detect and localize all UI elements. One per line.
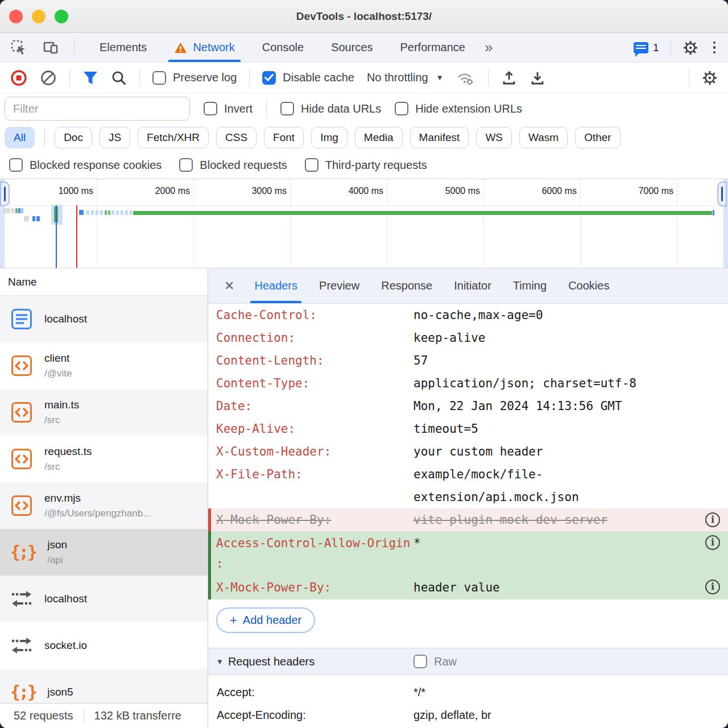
info-icon[interactable]: i bbox=[705, 512, 720, 527]
info-icon[interactable]: i bbox=[705, 535, 720, 550]
type-chip-css[interactable]: CSS bbox=[216, 127, 257, 148]
issues-counter[interactable]: 1 bbox=[634, 42, 659, 54]
type-chip-js[interactable]: JS bbox=[100, 127, 130, 148]
device-toolbar-icon[interactable] bbox=[42, 39, 59, 56]
disclosure-triangle-icon[interactable]: ▼ bbox=[216, 657, 224, 666]
request-row-json[interactable]: {;}json/api bbox=[0, 529, 208, 576]
network-conditions-icon[interactable] bbox=[456, 70, 475, 86]
type-chip-wasm[interactable]: Wasm bbox=[519, 127, 568, 148]
timeline-tick-label: 1000 ms bbox=[8, 186, 93, 196]
type-chip-fetch-xhr[interactable]: Fetch/XHR bbox=[138, 127, 209, 148]
network-overview-timeline[interactable]: 1000 ms2000 ms3000 ms4000 ms5000 ms6000 … bbox=[0, 179, 728, 268]
document-icon bbox=[10, 309, 33, 329]
header-value: * bbox=[413, 533, 722, 574]
waterfall-bar bbox=[105, 210, 107, 215]
close-window-button[interactable] bbox=[9, 10, 23, 23]
header-value: 57 bbox=[413, 349, 722, 372]
waterfall-bar bbox=[116, 210, 119, 215]
hide-data-urls-checkbox[interactable]: Hide data URLs bbox=[280, 102, 381, 115]
waterfall-bar bbox=[32, 216, 35, 221]
header-name: Accept-Encoding: bbox=[217, 704, 413, 726]
add-header-button[interactable]: +Add header bbox=[216, 607, 315, 633]
timeline-gridline bbox=[580, 179, 581, 268]
tab-elements[interactable]: Elements bbox=[86, 33, 160, 62]
exchange-icon bbox=[10, 590, 33, 607]
settings-gear-icon[interactable] bbox=[682, 40, 698, 56]
search-icon[interactable] bbox=[111, 70, 127, 86]
tab-performance[interactable]: Performance bbox=[387, 33, 479, 62]
request-row-client[interactable]: client/@vite bbox=[0, 342, 208, 389]
chip-divider bbox=[44, 129, 45, 146]
import-har-icon[interactable] bbox=[501, 70, 517, 86]
request-headers-section-bar[interactable]: ▼Request headersRaw bbox=[208, 648, 728, 675]
detail-tab-cookies[interactable]: Cookies bbox=[557, 268, 620, 303]
third-party-requests-checkbox[interactable]: Third-party requests bbox=[305, 158, 427, 172]
request-path: /@fs/Users/pengzhanb... bbox=[44, 508, 151, 519]
request-row-env-mjs[interactable]: env.mjs/@fs/Users/pengzhanb... bbox=[0, 482, 208, 529]
filter-input[interactable] bbox=[5, 97, 190, 121]
more-options-kebab-icon[interactable] bbox=[710, 40, 719, 55]
request-row-localhost[interactable]: localhost bbox=[0, 576, 208, 622]
tab-label: Sources bbox=[331, 41, 373, 54]
tab-sources[interactable]: Sources bbox=[317, 33, 386, 62]
checkbox-box bbox=[9, 158, 23, 172]
detail-tab-timing[interactable]: Timing bbox=[502, 268, 557, 303]
filter-funnel-icon[interactable] bbox=[82, 71, 98, 85]
more-tabs-chevron-icon[interactable]: » bbox=[479, 39, 498, 56]
header-name: Keep-Alive: bbox=[216, 417, 413, 440]
chevron-down-icon: ▼ bbox=[436, 73, 444, 82]
timeline-tick-label: 7000 ms bbox=[588, 186, 673, 196]
request-row-localhost[interactable]: localhost bbox=[0, 296, 208, 342]
request-headers-section-title: ▼Request headers bbox=[216, 655, 413, 668]
request-row-request-ts[interactable]: request.ts/src bbox=[0, 436, 208, 482]
type-chip-other[interactable]: Other bbox=[575, 127, 621, 148]
request-text: request.ts/src bbox=[44, 445, 92, 473]
tab-label: Elements bbox=[100, 41, 147, 54]
toolbar-divider bbox=[671, 39, 671, 56]
close-icon[interactable]: ✕ bbox=[214, 279, 243, 293]
tab-console[interactable]: Console bbox=[249, 33, 317, 62]
detail-tab-response[interactable]: Response bbox=[370, 268, 443, 303]
export-har-icon[interactable] bbox=[530, 70, 545, 86]
header-row: Cache-Control:no-cache,max-age=0 bbox=[208, 304, 728, 326]
request-name: json5 bbox=[47, 686, 73, 698]
blocked-requests-checkbox[interactable]: Blocked requests bbox=[179, 158, 287, 172]
invert-checkbox[interactable]: Invert bbox=[204, 102, 253, 115]
timeline-left-handle[interactable] bbox=[0, 181, 10, 206]
minimize-window-button[interactable] bbox=[32, 10, 46, 23]
disable-cache-checkbox[interactable]: Disable cache bbox=[262, 71, 354, 85]
header-value: Mon, 22 Jan 2024 14:13:56 GMT bbox=[413, 395, 722, 417]
zoom-window-button[interactable] bbox=[55, 10, 68, 23]
info-icon[interactable]: i bbox=[705, 580, 720, 594]
detail-tab-preview[interactable]: Preview bbox=[308, 268, 370, 303]
throttling-dropdown[interactable]: No throttling ▼ bbox=[367, 71, 444, 84]
clear-network-log-button[interactable] bbox=[40, 69, 57, 86]
request-row-json5[interactable]: {;}json5 bbox=[0, 669, 208, 703]
type-chip-doc[interactable]: Doc bbox=[55, 127, 92, 148]
script-icon bbox=[10, 495, 33, 516]
request-text: json/api bbox=[47, 539, 67, 566]
inspect-element-icon[interactable] bbox=[10, 39, 27, 56]
type-chip-manifest[interactable]: Manifest bbox=[410, 127, 469, 148]
header-name: Cache-Control: bbox=[216, 304, 413, 326]
devtools-window: DevTools - localhost:5173/ ElementsNetwo… bbox=[0, 0, 728, 728]
hide-extension-urls-checkbox[interactable]: Hide extension URLs bbox=[395, 102, 522, 115]
type-chip-ws[interactable]: WS bbox=[476, 127, 512, 148]
network-settings-gear-icon[interactable] bbox=[702, 70, 718, 86]
timeline-right-handle[interactable] bbox=[717, 181, 727, 206]
record-network-log-button[interactable] bbox=[10, 69, 27, 86]
blocked-response-cookies-checkbox[interactable]: Blocked response cookies bbox=[9, 158, 162, 172]
preserve-log-checkbox[interactable]: Preserve log bbox=[152, 71, 237, 85]
type-chip-img[interactable]: Img bbox=[311, 127, 348, 148]
request-row-socket-io[interactable]: socket.io bbox=[0, 622, 208, 669]
type-chip-media[interactable]: Media bbox=[355, 127, 403, 148]
request-row-main-ts[interactable]: main.ts/src bbox=[0, 389, 208, 436]
plus-icon: + bbox=[230, 614, 237, 627]
name-column-header[interactable]: Name bbox=[0, 268, 208, 296]
type-chip-all[interactable]: All bbox=[5, 127, 35, 148]
detail-tab-headers[interactable]: Headers bbox=[243, 268, 308, 303]
type-chip-font[interactable]: Font bbox=[264, 127, 304, 148]
tab-network[interactable]: Network bbox=[160, 33, 248, 62]
detail-tab-initiator[interactable]: Initiator bbox=[443, 268, 502, 303]
raw-checkbox[interactable]: Raw bbox=[413, 655, 457, 668]
